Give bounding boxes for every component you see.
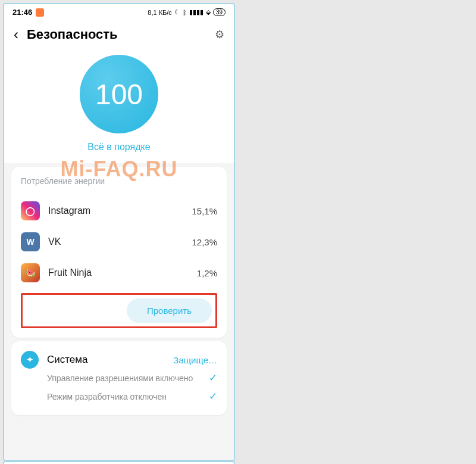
vk-icon: W [21,232,40,251]
screenshot-right: 21:46 4,9 КБ/с ☾ ᛒ ▮▮▮▮ ⬙ 39 ‹ Потреблен… [3,461,235,464]
status-time: 21:46 [12,8,32,17]
check-icon: ✓ [209,390,217,403]
statusbar: 21:46 8,1 КБ/с ☾ ᛒ ▮▮▮▮ ⬙ 39 [4,4,234,20]
system-item: Управление разрешениями включено ✓ [21,369,217,387]
shield-icon: ✦ [21,351,39,369]
app-row[interactable]: W VK 12,3% [21,226,217,257]
security-score: 100 [80,55,158,133]
check-icon: ✓ [209,372,217,384]
header: ‹ Безопасность ⚙ [4,20,234,49]
page-title: Безопасность [27,27,206,42]
moon-icon: ☾ [174,8,180,16]
bluetooth-icon: ᛒ [183,9,187,16]
system-card: ✦ Система Защище… Управление разрешениям… [11,341,227,415]
app-row[interactable]: 🍉 Fruit Ninja 1,2% [21,257,217,288]
gear-icon[interactable]: ⚙ [215,28,224,41]
notification-dot-icon [36,8,44,17]
net-speed: 8,1 КБ/с [148,9,172,16]
highlight-box: Проверить [21,293,217,328]
back-icon[interactable]: ‹ [14,26,18,43]
system-header[interactable]: ✦ Система Защище… [21,351,217,369]
system-item: Режим разработчика отключен ✓ [21,387,217,406]
app-row[interactable]: ◯ Instagram 15,1% [21,195,217,226]
signal-icon: ▮▮▮▮ [189,8,203,16]
fruit-ninja-icon: 🍉 [21,263,40,282]
section-label: Потребление энергии [21,176,217,186]
screenshot-left: 21:46 8,1 КБ/с ☾ ᛒ ▮▮▮▮ ⬙ 39 ‹ Безопасно… [3,3,235,461]
instagram-icon: ◯ [21,201,40,220]
check-button[interactable]: Проверить [127,298,212,323]
wifi-icon: ⬙ [206,8,211,16]
energy-card: Потребление энергии ◯ Instagram 15,1% W … [11,167,227,338]
battery-icon: 39 [213,8,226,16]
status-text: Всё в порядке [4,142,234,152]
